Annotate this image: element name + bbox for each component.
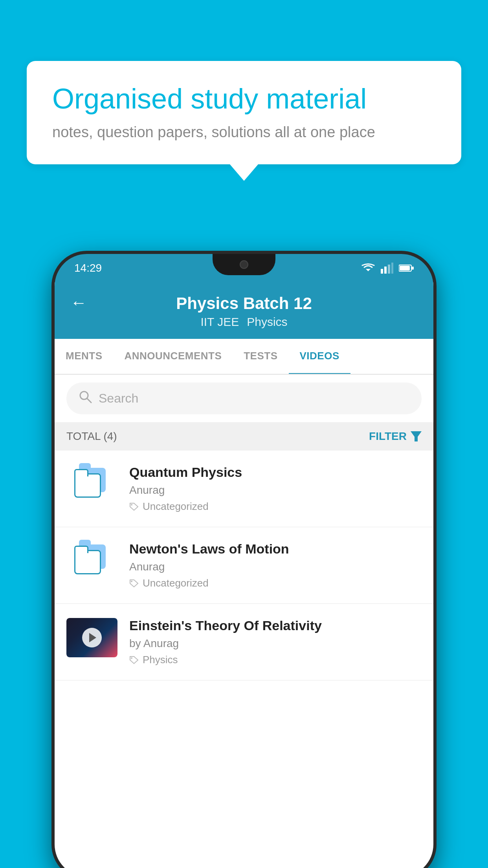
video-info-1: Quantum Physics Anurag Uncategorized <box>129 465 422 513</box>
tab-announcements[interactable]: ANNOUNCEMENTS <box>114 339 233 374</box>
phone-screen: ← Physics Batch 12 IIT JEE Physics MENTS… <box>55 282 433 868</box>
svg-point-11 <box>131 504 132 506</box>
battery-icon <box>399 264 414 272</box>
bubble-subtitle: notes, question papers, solutions all at… <box>52 124 436 141</box>
video-author-1: Anurag <box>129 484 422 497</box>
bubble-arrow <box>230 164 258 181</box>
svg-line-9 <box>87 399 91 403</box>
video-tag-3: Physics <box>129 654 422 666</box>
svg-rect-1 <box>381 269 383 274</box>
svg-rect-3 <box>388 265 390 274</box>
status-bar: 14:29 <box>55 254 433 282</box>
play-button-3[interactable] <box>82 628 102 647</box>
video-info-2: Newton's Laws of Motion Anurag Uncategor… <box>129 541 422 589</box>
tag-text-3: Physics <box>143 654 178 666</box>
bubble-title: Organised study material <box>52 83 436 115</box>
svg-rect-6 <box>412 267 414 270</box>
video-title-1: Quantum Physics <box>129 465 422 480</box>
folders-wrapper-2 <box>74 544 110 576</box>
tab-bar: MENTS ANNOUNCEMENTS TESTS VIDEOS <box>55 339 433 375</box>
volume-button-2 <box>51 372 54 427</box>
total-label: TOTAL (4) <box>66 430 117 443</box>
video-item[interactable]: Einstein's Theory Of Relativity by Anura… <box>55 604 433 680</box>
signal-icon <box>381 263 393 274</box>
search-icon <box>78 390 92 407</box>
video-tag-1: Uncategorized <box>129 500 422 513</box>
speech-bubble-card: Organised study material notes, question… <box>27 61 461 164</box>
svg-marker-10 <box>411 431 422 441</box>
search-container: Search <box>55 375 433 422</box>
video-author-3: by Anurag <box>129 637 422 650</box>
play-triangle-3 <box>89 633 96 642</box>
video-title-2: Newton's Laws of Motion <box>129 541 422 557</box>
search-placeholder: Search <box>99 391 138 406</box>
video-author-2: Anurag <box>129 561 422 573</box>
video-item[interactable]: Newton's Laws of Motion Anurag Uncategor… <box>55 527 433 604</box>
filter-icon <box>411 431 422 441</box>
folder-icon-container-2 <box>66 541 117 576</box>
tab-videos[interactable]: VIDEOS <box>289 339 350 375</box>
tag-text-1: Uncategorized <box>143 500 209 513</box>
status-icons <box>361 263 414 274</box>
svg-point-12 <box>131 581 132 582</box>
svg-rect-2 <box>384 267 387 274</box>
back-button[interactable]: ← <box>70 293 87 312</box>
power-button <box>434 352 437 415</box>
volume-button-1 <box>51 333 54 364</box>
filter-label: FILTER <box>369 430 407 443</box>
tag-icon-2 <box>129 579 139 588</box>
video-list: Quantum Physics Anurag Uncategorized <box>55 451 433 680</box>
filter-button[interactable]: FILTER <box>369 430 422 443</box>
header-title: Physics Batch 12 <box>176 294 312 313</box>
folder-front-1 <box>74 473 101 498</box>
header-subtitle-1: IIT JEE <box>200 315 239 329</box>
svg-rect-7 <box>400 266 410 270</box>
header-subtitle: IIT JEE Physics <box>200 315 287 329</box>
header-subtitle-2: Physics <box>247 315 287 329</box>
tag-text-2: Uncategorized <box>143 577 209 589</box>
phone-notch <box>213 254 275 275</box>
status-time: 14:29 <box>74 262 102 274</box>
tab-ments[interactable]: MENTS <box>55 339 114 374</box>
speech-bubble-section: Organised study material notes, question… <box>27 61 461 181</box>
search-bar[interactable]: Search <box>66 383 422 414</box>
folder-icon-container-1 <box>66 465 117 499</box>
video-tag-2: Uncategorized <box>129 577 422 589</box>
tag-icon-3 <box>129 656 139 664</box>
tag-icon-1 <box>129 502 139 511</box>
svg-marker-0 <box>366 269 371 271</box>
svg-point-13 <box>131 657 132 659</box>
app-header: ← Physics Batch 12 IIT JEE Physics <box>55 282 433 339</box>
wifi-icon <box>361 263 375 274</box>
video-info-3: Einstein's Theory Of Relativity by Anura… <box>129 618 422 666</box>
folder-front-2 <box>74 550 101 574</box>
video-thumbnail-3 <box>66 618 117 657</box>
video-item[interactable]: Quantum Physics Anurag Uncategorized <box>55 451 433 527</box>
svg-rect-4 <box>391 263 393 274</box>
tab-tests[interactable]: TESTS <box>233 339 288 374</box>
camera <box>240 260 248 269</box>
folders-wrapper-1 <box>74 468 110 499</box>
video-title-3: Einstein's Theory Of Relativity <box>129 618 422 633</box>
phone-frame: 14:29 <box>51 251 437 868</box>
filter-row: TOTAL (4) FILTER <box>55 422 433 451</box>
